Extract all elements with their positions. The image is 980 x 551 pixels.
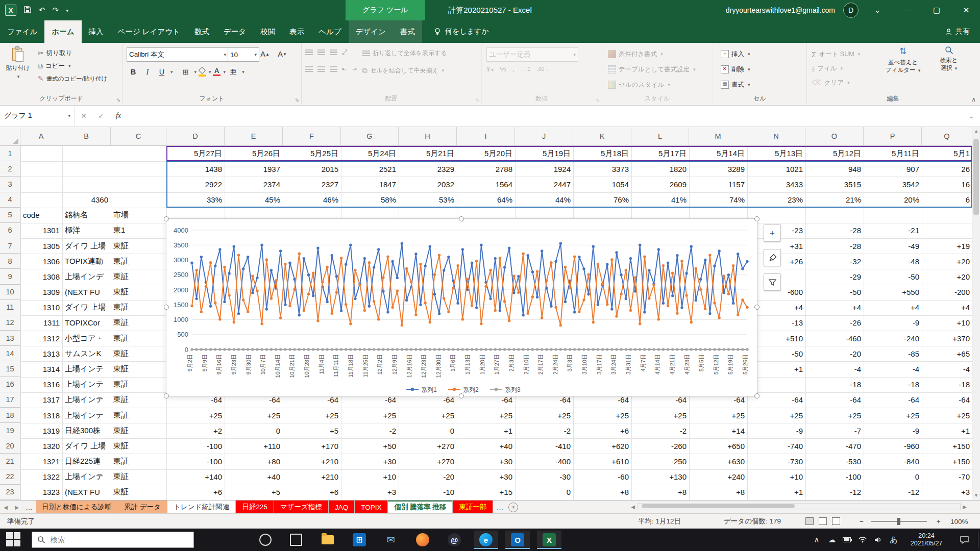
- cell-Q9[interactable]: +20: [922, 269, 972, 284]
- cell-M20[interactable]: +650: [689, 438, 747, 454]
- zoom-out-icon[interactable]: −: [860, 514, 864, 529]
- align-middle-icon[interactable]: [317, 49, 325, 55]
- cell-K19[interactable]: +6: [573, 423, 631, 438]
- cell-Q12[interactable]: +10: [922, 315, 972, 331]
- chart-filters-button[interactable]: [764, 273, 781, 291]
- cell-H18[interactable]: +25: [399, 408, 457, 423]
- cell-D21[interactable]: -100: [166, 454, 225, 469]
- orientation-icon[interactable]: ⤢: [342, 48, 347, 56]
- cell-L1[interactable]: 5月17日: [631, 146, 689, 161]
- column-header-B[interactable]: B: [62, 127, 111, 146]
- cell-F18[interactable]: +25: [283, 408, 341, 423]
- cell-F23[interactable]: +6: [283, 485, 341, 500]
- cell-B16[interactable]: 上場インテ: [62, 377, 111, 392]
- cell-P2[interactable]: 907: [864, 161, 922, 177]
- cell-N1[interactable]: 5月13日: [747, 146, 805, 161]
- account-email[interactable]: dryyourtearswithlove1@gmail.com: [726, 6, 835, 14]
- number-dialog-launcher-icon[interactable]: ⇘: [596, 97, 600, 103]
- cell-C23[interactable]: 東証: [111, 485, 166, 500]
- wrap-text-button[interactable]: 折り返して全体を表示する: [362, 47, 447, 59]
- taskbar-search[interactable]: [32, 532, 194, 548]
- cell-E22[interactable]: +40: [225, 469, 283, 485]
- cell-B17[interactable]: 上場インテ: [62, 392, 111, 408]
- cell-Q3[interactable]: 16: [922, 177, 972, 192]
- save-icon[interactable]: [23, 6, 32, 15]
- cell-B11[interactable]: ダイワ 上場: [62, 300, 111, 315]
- cancel-icon[interactable]: ✕: [75, 105, 92, 127]
- cell-Q7[interactable]: +19: [922, 238, 972, 254]
- cell-P4[interactable]: 20%: [864, 192, 922, 208]
- cell-Q1[interactable]: 5月1: [922, 146, 972, 161]
- row-header-18[interactable]: 18: [0, 408, 20, 423]
- row-header-1[interactable]: 1: [0, 146, 20, 161]
- network-icon[interactable]: [855, 529, 870, 551]
- expand-formula-bar-icon[interactable]: ⌄: [963, 105, 980, 127]
- column-header-N[interactable]: N: [747, 127, 805, 146]
- clipboard-dialog-launcher-icon[interactable]: ⇘: [116, 97, 120, 103]
- cell-P8[interactable]: -48: [864, 254, 922, 269]
- cell-H20[interactable]: +270: [399, 438, 457, 454]
- cut-button[interactable]: ✂切り取り: [38, 47, 72, 59]
- sheet-tab-JAQ[interactable]: JAQ: [329, 500, 355, 514]
- cell-M4[interactable]: 74%: [689, 192, 747, 208]
- merge-center-button[interactable]: ⧉セルを結合して中央揃え▾: [362, 64, 444, 77]
- qat-customize-icon[interactable]: ▾: [66, 8, 68, 13]
- cell-L23[interactable]: +8: [631, 485, 689, 500]
- cell-I19[interactable]: +1: [457, 423, 515, 438]
- cortana-icon[interactable]: [253, 531, 278, 549]
- chart-resize-handle[interactable]: [754, 393, 760, 398]
- row-header-11[interactable]: 11: [0, 300, 20, 315]
- row-header-16[interactable]: 16: [0, 377, 20, 392]
- cell-A20[interactable]: 1320: [20, 438, 62, 454]
- cell-M22[interactable]: +240: [689, 469, 747, 485]
- tell-me-search[interactable]: 何をしますか: [433, 20, 489, 43]
- cell-H2[interactable]: 2329: [399, 161, 457, 177]
- outlook-icon[interactable]: O: [505, 531, 530, 549]
- cell-P10[interactable]: +550: [864, 285, 922, 300]
- cell-L2[interactable]: 1820: [631, 161, 689, 177]
- font-family-combo[interactable]: Calibri 本文▾: [127, 47, 229, 62]
- conditional-formatting-button[interactable]: 条件付き書式▾: [608, 48, 663, 60]
- cell-C7[interactable]: 東証: [111, 238, 166, 254]
- sheet-tab-マザーズ指標[interactable]: マザーズ指標: [274, 500, 329, 514]
- show-desktop-button[interactable]: [978, 532, 980, 548]
- cell-O18[interactable]: +25: [805, 408, 864, 423]
- cell-O7[interactable]: -28: [805, 238, 864, 254]
- borders-button[interactable]: ⊞: [179, 65, 192, 79]
- firefox-icon[interactable]: [410, 531, 435, 549]
- cell-O11[interactable]: +4: [805, 300, 864, 315]
- cell-K22[interactable]: -60: [573, 469, 631, 485]
- comma-format-icon[interactable]: ,: [512, 65, 514, 73]
- horizontal-scroll-thumb[interactable]: [642, 504, 795, 508]
- cell-C22[interactable]: 東証: [111, 469, 166, 485]
- row-header-19[interactable]: 19: [0, 423, 20, 438]
- formula-input[interactable]: [127, 105, 963, 127]
- cell-I23[interactable]: +15: [457, 485, 515, 500]
- taskbar-search-input[interactable]: [50, 535, 174, 544]
- cell-J2[interactable]: 1924: [515, 161, 573, 177]
- cell-J4[interactable]: 44%: [515, 192, 573, 208]
- cell-N2[interactable]: 1021: [747, 161, 805, 177]
- cell-D22[interactable]: +140: [166, 469, 225, 485]
- cell-L18[interactable]: +25: [631, 408, 689, 423]
- cell-M23[interactable]: +8: [689, 485, 747, 500]
- cell-M2[interactable]: 3289: [689, 161, 747, 177]
- cell-B10[interactable]: (NEXT FU: [62, 285, 111, 300]
- ribbon-tab-デザイン[interactable]: デザイン: [349, 20, 393, 43]
- page-break-view-icon[interactable]: [832, 517, 840, 525]
- cell-L4[interactable]: 41%: [631, 192, 689, 208]
- excel-taskbar-icon[interactable]: X: [537, 531, 561, 549]
- cell-A9[interactable]: 1308: [20, 269, 62, 284]
- cell-L21[interactable]: -250: [631, 454, 689, 469]
- sheet-overflow-right[interactable]: …: [493, 500, 506, 514]
- column-header-J[interactable]: J: [515, 127, 573, 146]
- ribbon-display-options-icon[interactable]: ⌄: [867, 0, 888, 20]
- cell-C21[interactable]: 東証: [111, 454, 166, 469]
- chart-resize-handle[interactable]: [754, 305, 760, 310]
- cell-K20[interactable]: +620: [573, 438, 631, 454]
- cell-styles-button[interactable]: セルのスタイル▾: [608, 79, 670, 91]
- taskbar-clock[interactable]: 20:24 2021/05/27: [902, 529, 950, 551]
- cell-I2[interactable]: 2788: [457, 161, 515, 177]
- redo-icon[interactable]: ↷: [53, 6, 59, 15]
- cell-F1[interactable]: 5月25日: [283, 146, 341, 161]
